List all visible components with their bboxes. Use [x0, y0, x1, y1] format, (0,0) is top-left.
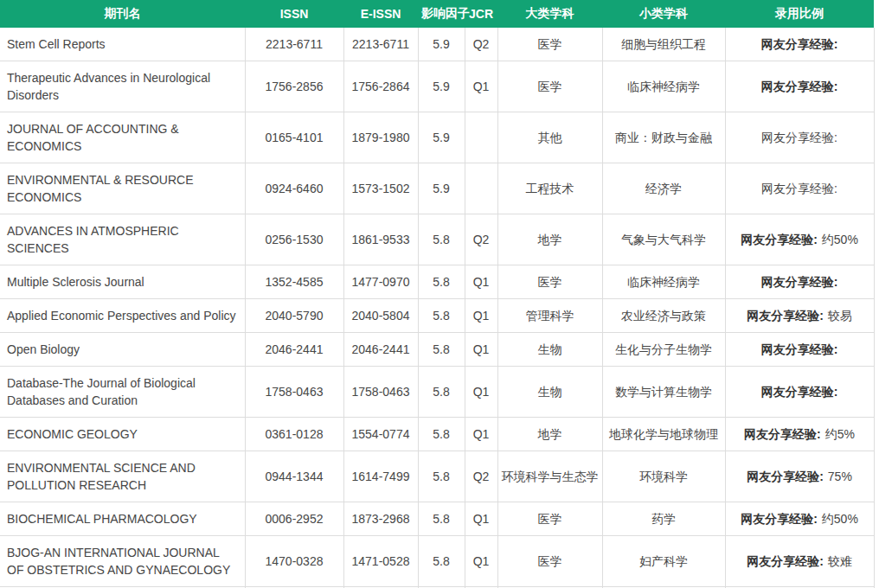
cell-major: 生物 [497, 333, 602, 367]
acceptance-cell: 网友分享经验: [725, 333, 874, 367]
cell-major: 医学 [497, 502, 602, 536]
journal-table: 期刊名ISSNE-ISSN影响因子JCR大类学科小类学科录用比例 Stem Ce… [0, 0, 875, 588]
journal-name-cell: Multiple Sclerosis Journal [0, 265, 245, 299]
cell-major: 生物 [497, 367, 602, 418]
cell-major: 环境科学与生态学 [497, 451, 602, 502]
cell-jcr: Q2 [465, 28, 497, 61]
acceptance-cell: 网友分享经验: [725, 112, 874, 163]
acceptance-cell: 网友分享经验: [725, 367, 874, 418]
cell-eissn: 1879-1980 [343, 112, 418, 163]
cell-eissn: 1573-1502 [343, 163, 418, 214]
table-row: ENVIRONMENTAL SCIENCE AND POLLUTION RESE… [0, 451, 874, 502]
cell-major: 医学 [497, 61, 602, 112]
cell-issn: 0256-1530 [245, 214, 343, 265]
acceptance-experience-link[interactable]: 网友分享经验: [761, 342, 838, 356]
acceptance-cell: 网友分享经验: [725, 61, 874, 112]
cell-impact: 5.9 [418, 112, 465, 163]
cell-impact: 5.8 [418, 299, 465, 333]
cell-impact: 5.8 [418, 214, 465, 265]
journal-name-cell: ENVIRONMENTAL SCIENCE AND POLLUTION RESE… [0, 451, 245, 502]
cell-eissn: 1756-2864 [343, 61, 418, 112]
cell-major: 地学 [497, 418, 602, 451]
cell-eissn: 1554-0774 [343, 418, 418, 451]
table-body: Stem Cell Reports2213-67112213-67115.9Q2… [0, 28, 874, 588]
column-header-issn: ISSN [245, 0, 343, 28]
table-row: Applied Economic Perspectives and Policy… [0, 299, 874, 333]
acceptance-value: 较易 [828, 309, 852, 323]
column-header-minor: 小类学科 [602, 0, 725, 28]
acceptance-cell: 网友分享经验:约50% [725, 214, 874, 265]
cell-jcr: Q1 [465, 265, 497, 299]
cell-jcr: Q2 [465, 214, 497, 265]
cell-eissn: 1477-0970 [343, 265, 418, 299]
acceptance-cell: 网友分享经验:约50% [725, 502, 874, 536]
acceptance-experience-link[interactable]: 网友分享经验: [761, 37, 838, 51]
table-row: BIOCHEMICAL PHARMACOLOGY0006-29521873-29… [0, 502, 874, 536]
cell-jcr: Q1 [465, 536, 497, 587]
acceptance-experience-link[interactable]: 网友分享经验: [747, 470, 824, 483]
acceptance-cell: 网友分享经验: [725, 163, 874, 214]
acceptance-experience-link[interactable]: 网友分享经验: [761, 385, 838, 399]
cell-impact: 5.8 [418, 333, 465, 367]
cell-eissn: 2046-2441 [343, 333, 418, 367]
cell-impact: 5.8 [418, 418, 465, 451]
acceptance-cell: 网友分享经验:约5% [725, 418, 874, 451]
cell-eissn: 1758-0463 [343, 367, 418, 418]
cell-jcr: Q1 [465, 61, 497, 112]
journal-name-cell: Stem Cell Reports [0, 28, 245, 61]
table-row: BJOG-AN INTERNATIONAL JOURNAL OF OBSTETR… [0, 536, 874, 587]
cell-impact: 5.8 [418, 536, 465, 587]
journal-name-cell: ADVANCES IN ATMOSPHERIC SCIENCES [0, 214, 245, 265]
acceptance-value: 较难 [828, 554, 852, 568]
cell-impact: 5.8 [418, 265, 465, 299]
cell-impact: 5.9 [418, 28, 465, 61]
cell-eissn: 1614-7499 [343, 451, 418, 502]
cell-minor: 经济学 [602, 163, 725, 214]
acceptance-cell: 网友分享经验:较易 [725, 299, 874, 333]
cell-eissn: 1471-0528 [343, 536, 418, 587]
table-row: Database-The Journal of Biological Datab… [0, 367, 874, 418]
cell-minor: 气象与大气科学 [602, 214, 725, 265]
cell-major: 地学 [497, 214, 602, 265]
cell-impact: 5.8 [418, 451, 465, 502]
acceptance-cell: 网友分享经验:较难 [725, 536, 874, 587]
cell-minor: 商业：财政与金融 [602, 112, 725, 163]
cell-major: 其他 [497, 112, 602, 163]
column-header-eissn: E-ISSN [343, 0, 418, 28]
acceptance-experience-link[interactable]: 网友分享经验: [747, 309, 824, 323]
acceptance-experience-link[interactable]: 网友分享经验: [747, 554, 824, 568]
acceptance-experience-link[interactable]: 网友分享经验: [761, 80, 838, 93]
cell-minor: 细胞与组织工程 [602, 28, 725, 61]
cell-minor: 农业经济与政策 [602, 299, 725, 333]
cell-issn: 0944-1344 [245, 451, 343, 502]
acceptance-experience-link[interactable]: 网友分享经验: [741, 512, 818, 526]
cell-jcr: Q2 [465, 451, 497, 502]
cell-eissn: 1861-9533 [343, 214, 418, 265]
journal-name-cell: BIOCHEMICAL PHARMACOLOGY [0, 502, 245, 536]
cell-minor: 地球化学与地球物理 [602, 418, 725, 451]
column-header-jcr: JCR [465, 0, 497, 28]
journal-name-cell: Applied Economic Perspectives and Policy [0, 299, 245, 333]
cell-jcr [465, 163, 497, 214]
cell-issn: 0165-4101 [245, 112, 343, 163]
cell-major: 医学 [497, 28, 602, 61]
cell-issn: 2040-5790 [245, 299, 343, 333]
cell-major: 工程技术 [497, 163, 602, 214]
cell-minor: 药学 [602, 502, 725, 536]
cell-major: 医学 [497, 536, 602, 587]
journal-name-cell: ECONOMIC GEOLOGY [0, 418, 245, 451]
table-header: 期刊名ISSNE-ISSN影响因子JCR大类学科小类学科录用比例 [0, 0, 874, 28]
acceptance-value: 75% [828, 470, 852, 483]
cell-issn: 2213-6711 [245, 28, 343, 61]
journal-name-cell: Therapeutic Advances in Neurological Dis… [0, 61, 245, 112]
acceptance-cell: 网友分享经验:75% [725, 451, 874, 502]
acceptance-experience-link[interactable]: 网友分享经验: [741, 233, 818, 246]
cell-issn: 0924-6460 [245, 163, 343, 214]
cell-jcr: Q1 [465, 418, 497, 451]
column-header-major: 大类学科 [497, 0, 602, 28]
acceptance-experience-link[interactable]: 网友分享经验: [761, 275, 838, 289]
table-row: Multiple Sclerosis Journal1352-45851477-… [0, 265, 874, 299]
acceptance-experience-link[interactable]: 网友分享经验: [744, 427, 821, 441]
column-header-impact: 影响因子 [418, 0, 465, 28]
table-header-row: 期刊名ISSNE-ISSN影响因子JCR大类学科小类学科录用比例 [0, 0, 874, 28]
